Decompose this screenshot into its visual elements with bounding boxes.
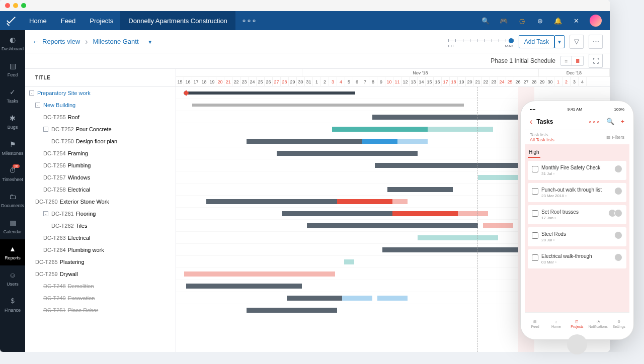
- sidebar-item-bugs[interactable]: ✱Bugs: [0, 109, 25, 135]
- phone-task-card[interactable]: Set Roof trusses17 Jan ▫: [528, 205, 626, 224]
- task-row[interactable]: DC-T250Design floor plan: [25, 135, 176, 147]
- gantt-bar[interactable]: [277, 151, 418, 156]
- bell-icon[interactable]: 🔔: [553, 16, 562, 25]
- gantt-bar[interactable]: [192, 104, 464, 107]
- phone-filters-button[interactable]: ▦ Filters: [606, 135, 624, 140]
- gantt-bar[interactable]: [382, 247, 533, 252]
- task-row[interactable]: DC-T254Framing: [25, 147, 176, 159]
- gantt-bar[interactable]: [206, 199, 347, 204]
- list-view-icon[interactable]: ≡: [561, 56, 572, 65]
- gantt-bar[interactable]: [337, 199, 392, 204]
- task-row[interactable]: DC-T251Place Rebar: [25, 304, 176, 316]
- task-row[interactable]: DC-T262Tiles: [25, 220, 176, 232]
- sidebar-item-milestones[interactable]: ⚑Milestones: [0, 135, 25, 161]
- task-row[interactable]: DC-T265Plastering: [25, 256, 176, 268]
- sidebar-item-dashboard[interactable]: ◐Dashboard: [0, 30, 25, 56]
- phone-task-card[interactable]: Electrical walk-through03 Mar ▫: [528, 249, 626, 268]
- task-row[interactable]: -DC-T261Flooring: [25, 208, 176, 220]
- phone-tab-settings[interactable]: ⚙Settings: [608, 313, 629, 335]
- gamepad-icon[interactable]: 🎮: [499, 16, 508, 25]
- task-row[interactable]: DC-T249Excavation: [25, 292, 176, 304]
- gantt-bar[interactable]: [392, 211, 458, 216]
- collapse-icon[interactable]: -: [43, 127, 48, 132]
- gantt-bar[interactable]: [387, 187, 453, 192]
- task-row[interactable]: DC-T256Plumbing: [25, 159, 176, 171]
- phone-more-icon[interactable]: ∘∘∘: [588, 118, 600, 125]
- gantt-bar[interactable]: [418, 235, 498, 240]
- report-dropdown[interactable]: Milestone Gantt ▼: [93, 38, 152, 45]
- app-logo-icon[interactable]: [0, 15, 22, 26]
- collapse-icon[interactable]: -: [43, 211, 48, 216]
- task-row[interactable]: DC-T255Roof: [25, 111, 176, 123]
- gantt-bar[interactable]: [344, 259, 354, 264]
- gantt-bar[interactable]: [307, 223, 478, 228]
- tools-icon[interactable]: ✕: [572, 16, 581, 25]
- phone-tab-notifications[interactable]: ◔Notifications: [588, 313, 609, 335]
- search-icon[interactable]: 🔍: [481, 16, 490, 25]
- task-checkbox[interactable]: [532, 166, 538, 172]
- gantt-bar[interactable]: [483, 223, 513, 228]
- nav-home[interactable]: Home: [22, 11, 54, 30]
- sidebar-item-documents[interactable]: 🗀Documents: [0, 187, 25, 213]
- gantt-bar[interactable]: [186, 284, 302, 289]
- task-row[interactable]: DC-T258Electrical: [25, 184, 176, 196]
- gantt-bar[interactable]: [342, 296, 372, 301]
- maximize-window-icon[interactable]: [21, 3, 26, 8]
- project-name[interactable]: Donnelly Apartments Construction: [120, 11, 235, 30]
- gantt-bar[interactable]: [247, 139, 362, 144]
- close-window-icon[interactable]: [5, 3, 10, 8]
- task-row[interactable]: -Preparatory Site work: [25, 87, 176, 99]
- phone-filter-dropdown[interactable]: All Task lists: [530, 137, 554, 142]
- task-checkbox[interactable]: [532, 188, 538, 195]
- sidebar-item-users[interactable]: ☺Users: [0, 265, 25, 292]
- nav-projects[interactable]: Projects: [83, 11, 120, 30]
- gantt-bar[interactable]: [392, 199, 408, 204]
- phone-tab-feed[interactable]: ▤Feed: [525, 313, 546, 335]
- gantt-bar[interactable]: [184, 92, 355, 95]
- user-avatar[interactable]: [590, 15, 602, 27]
- task-checkbox[interactable]: [532, 232, 538, 239]
- phone-tab-projects[interactable]: ◫Projects: [567, 313, 588, 335]
- sidebar-item-finance[interactable]: ＄Finance: [0, 292, 25, 318]
- sidebar-item-calendar[interactable]: ▦Calendar: [0, 213, 25, 239]
- gantt-bar[interactable]: [184, 271, 335, 277]
- gantt-bar[interactable]: [375, 163, 526, 168]
- task-checkbox[interactable]: [532, 210, 538, 217]
- sidebar-item-reports[interactable]: ▲Reports: [0, 239, 25, 265]
- collapse-icon[interactable]: -: [29, 90, 34, 96]
- phone-add-icon[interactable]: +: [620, 118, 624, 125]
- timer-icon[interactable]: ◷: [517, 16, 526, 25]
- phone-tab-home[interactable]: ⌂Home: [546, 313, 567, 335]
- task-row[interactable]: -New Building: [25, 99, 176, 111]
- gantt-bar[interactable]: [247, 308, 337, 313]
- collapse-icon[interactable]: -: [35, 103, 40, 108]
- phone-task-card[interactable]: Steel Rods28 Jul ▫: [528, 227, 626, 246]
- task-row[interactable]: DC-T263Electrical: [25, 232, 176, 244]
- task-row[interactable]: DC-T257Windows: [25, 171, 176, 184]
- gantt-view-icon[interactable]: ≣: [572, 56, 583, 65]
- task-row[interactable]: -DC-T252Pour Concrete: [25, 123, 176, 135]
- more-options-icon[interactable]: ⋯: [589, 35, 603, 49]
- phone-back-icon[interactable]: ‹: [530, 117, 532, 126]
- zoom-slider[interactable]: FITMAX: [448, 36, 514, 48]
- phone-task-card[interactable]: Monthly Fire Safety Check31 Jul ▫: [528, 161, 626, 180]
- gantt-bar[interactable]: [458, 211, 488, 216]
- task-row[interactable]: DC-T264Plumbing work: [25, 244, 176, 256]
- more-icon[interactable]: ∘∘∘: [235, 16, 263, 26]
- view-toggle[interactable]: ≡ ≣: [560, 56, 584, 66]
- phone-search-icon[interactable]: 🔍: [606, 118, 614, 125]
- minimize-window-icon[interactable]: [13, 3, 18, 8]
- fullscreen-icon[interactable]: ⛶: [589, 54, 603, 68]
- add-task-dropdown[interactable]: ▾: [554, 35, 565, 48]
- gantt-bar[interactable]: [377, 296, 408, 301]
- gantt-bar[interactable]: [428, 127, 493, 132]
- back-link[interactable]: ← Reports view: [32, 38, 80, 46]
- task-checkbox[interactable]: [532, 254, 538, 261]
- sidebar-item-tasks[interactable]: ✓Tasks: [0, 82, 25, 109]
- task-row[interactable]: DC-T248Demolition: [25, 280, 176, 292]
- phone-task-card[interactable]: Punch-out walk through list23 Mar 2018 ▫: [528, 183, 626, 202]
- phone-body[interactable]: High Monthly Fire Safety Check31 Jul ▫Pu…: [525, 144, 629, 312]
- gantt-bar[interactable]: [372, 115, 523, 120]
- add-task-button[interactable]: Add Task: [519, 35, 554, 48]
- add-icon[interactable]: ⊕: [535, 16, 544, 25]
